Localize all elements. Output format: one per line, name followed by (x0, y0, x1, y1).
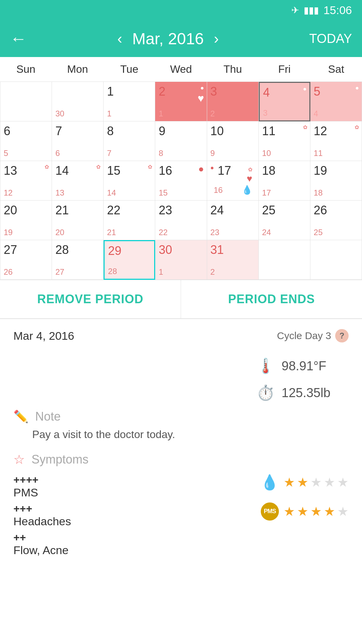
cal-cell-30[interactable]: 30 1 (155, 240, 207, 280)
metrics: 🌡️ 98.91°F ⏱️ 125.35lb (13, 353, 349, 406)
day-header-mon: Mon (52, 57, 103, 82)
cal-cell-21[interactable]: 21 20 (52, 201, 104, 240)
cal-cell-12[interactable]: 12 11 ✿ (310, 121, 362, 161)
cal-cell-2[interactable]: 2 1 ● ♥ (155, 82, 207, 121)
dot-icon: ● (200, 85, 204, 92)
cal-cell-6[interactable]: 6 5 (0, 121, 52, 161)
headaches-name: Headaches (13, 515, 71, 528)
back-button[interactable]: ← (10, 29, 27, 48)
weight-value: 125.35lb (282, 386, 349, 400)
cal-cell-10[interactable]: 10 9 (207, 121, 259, 161)
day-header-tue: Tue (104, 57, 155, 82)
cal-cell-19[interactable]: 19 18 (310, 161, 362, 201)
action-buttons: REMOVE PERIOD PERIOD ENDS (0, 280, 362, 319)
cal-cell-25[interactable]: 25 24 (259, 201, 310, 240)
cal-cell-empty-4[interactable] (310, 240, 362, 280)
cycle-day: Cycle Day 3 ? (277, 329, 349, 342)
cal-cell-4[interactable]: 4 3 ● (259, 82, 310, 121)
pms-badge-icon: PMS (261, 502, 279, 521)
day-headers: Sun Mon Tue Wed Thu Fri Sat (0, 57, 362, 82)
day-header-thu: Thu (207, 57, 258, 82)
calendar: Sun Mon Tue Wed Thu Fri Sat 30 1 1 2 1 ●… (0, 57, 362, 280)
note-text: Pay a visit to the doctor today. (32, 427, 349, 442)
symptom-row-acne[interactable]: ++ Flow, Acne (13, 531, 349, 557)
headaches-stars: ★ ★ ★ ★ ★ (284, 504, 349, 519)
weight-row: ⏱️ 125.35lb (13, 379, 349, 406)
dot-white2-icon: ● (355, 85, 359, 92)
prev-month-button[interactable]: ‹ (117, 30, 122, 47)
thermometer-icon: 🌡️ (256, 357, 275, 375)
symptoms-section: ☆ Symptoms ++++ PMS 💧 ★ ★ ★ ★ ★ (13, 452, 349, 557)
note-label: Note (35, 410, 61, 424)
flower-icon-12: ✿ (355, 124, 359, 130)
cal-cell-14[interactable]: 14 13 ✿ (52, 161, 104, 201)
cal-cell-11[interactable]: 11 10 ✿ (259, 121, 310, 161)
headaches-intensity: +++ (13, 502, 71, 515)
cal-cell-28[interactable]: 28 27 (52, 240, 104, 280)
drop-icon-16: ● (198, 164, 204, 174)
cal-cell-9[interactable]: 9 8 (155, 121, 207, 161)
cal-cell-empty-1[interactable] (0, 82, 52, 121)
cal-cell-23[interactable]: 23 22 (155, 201, 207, 240)
flower-icon-11: ✿ (303, 124, 307, 130)
detail-date: Mar 4, 2016 (13, 329, 74, 342)
cal-cell-13[interactable]: 13 12 ✿ (0, 161, 52, 201)
cal-cell-16[interactable]: 16 15 ● (155, 161, 207, 201)
note-section: ✏️ Note Pay a visit to the doctor today. (13, 410, 349, 442)
cal-cell-24[interactable]: 24 23 (207, 201, 259, 240)
day-header-sat: Sat (310, 57, 362, 82)
pms-intensity: ++++ (13, 474, 39, 486)
cal-cell-20[interactable]: 20 19 (0, 201, 52, 240)
cal-cell-empty-2[interactable]: 30 (52, 82, 104, 121)
day-header-wed: Wed (155, 57, 207, 82)
flower-icon-13: ✿ (45, 164, 49, 170)
status-time: 15:06 (323, 4, 352, 17)
pencil-icon[interactable]: ✏️ (13, 410, 28, 424)
detail-section: Mar 4, 2016 Cycle Day 3 ? 🌡️ 98.91°F ⏱️ … (0, 319, 362, 570)
symptom-row-headaches[interactable]: +++ Headaches PMS ★ ★ ★ ★ ★ (13, 502, 349, 528)
month-title: Mar, 2016 (132, 30, 204, 48)
cal-cell-empty-3[interactable] (259, 240, 310, 280)
temperature-value: 98.91°F (282, 359, 349, 373)
remove-period-button[interactable]: REMOVE PERIOD (0, 280, 181, 318)
teardrop-icon-17: 💧 (242, 185, 252, 195)
cal-cell-7[interactable]: 7 6 (52, 121, 104, 161)
symptoms-star-icon: ☆ (13, 452, 25, 467)
note-header: ✏️ Note (13, 410, 349, 424)
cal-cell-1[interactable]: 1 1 (104, 82, 155, 121)
heart-icon: ♥ (198, 92, 204, 105)
cal-cell-31[interactable]: 31 2 (207, 240, 259, 280)
symptom-row-pms[interactable]: ++++ PMS 💧 ★ ★ ★ ★ ★ (13, 474, 349, 499)
temperature-row: 🌡️ 98.91°F (13, 353, 349, 379)
cal-cell-15[interactable]: 15 14 ✿ (104, 161, 155, 201)
scale-icon: ⏱️ (256, 384, 275, 401)
flower-icon-14: ✿ (96, 164, 101, 170)
detail-header: Mar 4, 2016 Cycle Day 3 ? (13, 329, 349, 342)
cal-cell-8[interactable]: 8 7 (104, 121, 155, 161)
flower-icon-15: ✿ (148, 164, 152, 170)
drop-info-icon: 💧 (260, 474, 279, 491)
cal-cell-26[interactable]: 26 25 (310, 201, 362, 240)
day-header-fri: Fri (258, 57, 310, 82)
dot-icon-17: ● (210, 164, 214, 171)
cal-cell-5[interactable]: 5 4 ● (310, 82, 362, 121)
day-header-sun: Sun (0, 57, 52, 82)
battery-icon: ▮▮▮ (304, 5, 319, 16)
today-button[interactable]: TODAY (309, 32, 352, 46)
flower-icon-17: ✿ (248, 166, 252, 173)
cal-cell-22[interactable]: 22 21 (104, 201, 155, 240)
cal-cell-17[interactable]: ● 17 16 ✿ ♥ 💧 (207, 161, 259, 201)
acne-intensity: ++ (13, 531, 68, 544)
dot-white-icon: ● (303, 86, 307, 93)
period-ends-button[interactable]: PERIOD ENDS (181, 280, 362, 318)
pms-name: PMS (13, 486, 39, 499)
cycle-help-button[interactable]: ? (335, 329, 349, 342)
cal-cell-29[interactable]: 29 28 (104, 240, 155, 280)
cal-cell-18[interactable]: 18 17 (259, 161, 310, 201)
cal-cell-27[interactable]: 27 26 (0, 240, 52, 280)
month-nav: ‹ Mar, 2016 › (117, 30, 219, 48)
cal-cell-3[interactable]: 3 2 (207, 82, 259, 121)
pms-stars: ★ ★ ★ ★ ★ (284, 475, 349, 490)
next-month-button[interactable]: › (214, 30, 219, 47)
status-bar: ✈ ▮▮▮ 15:06 (0, 0, 362, 20)
